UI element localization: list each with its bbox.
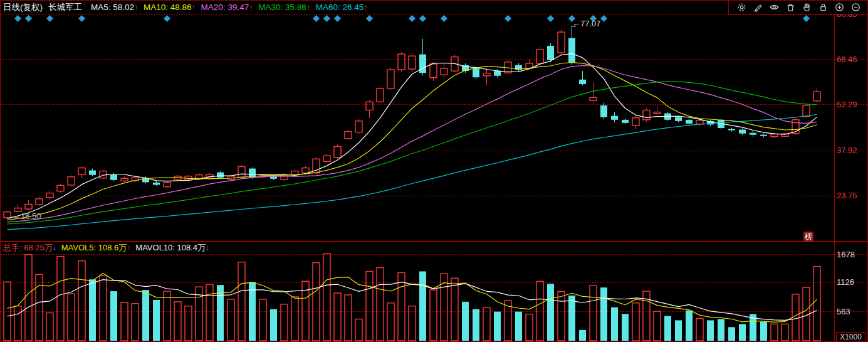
volume-bar	[14, 306, 21, 341]
stock-name[interactable]: 长城军工	[48, 2, 82, 13]
volume-bar	[4, 282, 11, 341]
chart-toolbar	[728, 1, 867, 14]
volume-bar	[291, 297, 298, 341]
volume-bar	[110, 291, 117, 341]
candle-down	[153, 181, 160, 186]
zoom-out-icon[interactable]	[850, 2, 861, 13]
candle-down	[568, 26, 575, 65]
candle-down	[600, 102, 607, 119]
lock-icon[interactable]	[818, 2, 829, 13]
event-marker-diamond	[441, 15, 447, 22]
period-label[interactable]: 日线(复权)	[3, 2, 43, 13]
price-axis-label: 37.92	[837, 146, 868, 155]
candle-up	[643, 109, 650, 122]
candle-up	[536, 47, 543, 65]
volume-bar	[813, 267, 820, 341]
down-arrow-icon: ↓	[53, 243, 56, 252]
volume-bar	[206, 284, 213, 341]
volume-bar	[590, 286, 597, 341]
candle-up	[25, 200, 32, 210]
volume-bar	[664, 316, 671, 341]
volume-bars-layer	[4, 254, 820, 341]
volume-bar	[377, 268, 384, 341]
volume-unit-label: X1000	[836, 332, 865, 342]
candle-up	[377, 87, 384, 103]
volume-bar	[89, 279, 96, 341]
hand-icon[interactable]	[802, 2, 812, 13]
volume-header: 总手: 68.25万↓ MAVOL5: 108.6万↑ MAVOL10: 108…	[3, 243, 214, 253]
volume-bar	[100, 275, 107, 341]
volume-bar	[313, 263, 320, 341]
event-marker-diamond	[600, 15, 607, 22]
up-arrow-icon: ↑	[306, 3, 310, 12]
candle-up	[46, 191, 53, 200]
settings-icon[interactable]	[736, 2, 747, 13]
event-marker-diamond	[164, 15, 170, 22]
volume-bar	[174, 302, 181, 341]
price-axis-label: 52.29	[837, 100, 868, 109]
volume-bar	[36, 274, 43, 341]
volume-bar	[121, 302, 128, 341]
ma20-legend: MA20: 39.47↑	[201, 3, 253, 12]
candle-up	[68, 175, 75, 186]
up-arrow-icon: ↑	[363, 3, 367, 12]
candle-up	[782, 132, 788, 137]
gridlines-layer	[1, 14, 868, 312]
volume-bar	[675, 320, 682, 341]
candle-down	[675, 116, 682, 122]
volume-bar	[323, 254, 330, 341]
volume-bar	[57, 257, 64, 341]
trash-icon[interactable]	[785, 2, 796, 13]
event-marker-diamond	[366, 15, 373, 22]
volume-bar	[792, 294, 799, 341]
volume-bar	[515, 312, 522, 341]
event-markers-layer	[14, 15, 810, 26]
volume-bar	[568, 296, 575, 341]
candle-up	[483, 68, 490, 85]
event-marker-diamond	[313, 15, 320, 22]
volume-bar	[430, 290, 437, 341]
stock-chart-window: 日线(复权) 长城军工 MA5: 58.02↑ MA10: 48.86↑ MA2…	[0, 0, 868, 342]
volume-bar	[270, 309, 277, 341]
event-marker-diamond	[803, 15, 810, 22]
candle-up	[121, 176, 128, 182]
candle-up	[813, 88, 820, 103]
zoom-in-icon[interactable]	[834, 2, 845, 13]
candles-layer	[4, 26, 820, 219]
up-arrow-icon: ↑	[192, 3, 196, 12]
ma20-line	[8, 66, 817, 223]
event-marker-diamond	[409, 15, 416, 22]
candle-up	[345, 131, 352, 140]
chart-header: 日线(复权) 长城军工 MA5: 58.02↑ MA10: 48.86↑ MA2…	[1, 1, 730, 14]
volume-bar	[25, 255, 32, 341]
left-arrow-icon: ←	[13, 211, 21, 221]
volume-bar	[483, 307, 490, 341]
candle-up	[441, 64, 447, 78]
candle-down	[611, 112, 618, 122]
pencil-icon[interactable]	[753, 2, 763, 13]
ma5-legend: MA5: 58.02↑	[91, 3, 138, 12]
volume-bar	[718, 319, 724, 341]
candle-up	[366, 100, 373, 117]
event-marker-diamond	[14, 15, 21, 22]
ma30-line	[8, 82, 817, 224]
candle-down	[739, 129, 746, 135]
volume-bar	[622, 314, 629, 341]
event-marker-diamond	[334, 15, 341, 22]
ma60-line	[8, 115, 817, 230]
volume-bar	[387, 303, 394, 341]
chart-canvas[interactable]	[1, 1, 868, 342]
event-marker-diamond	[505, 15, 511, 22]
candle-down	[707, 120, 714, 126]
volume-bar	[558, 292, 565, 341]
volume-bar	[132, 304, 139, 341]
eye-icon[interactable]	[769, 2, 780, 13]
ma-lines-layer	[8, 53, 817, 322]
candle-up	[100, 169, 107, 179]
candle-up	[430, 62, 437, 81]
mavol10-legend: MAVOL10: 108.4万↓	[135, 242, 209, 254]
low-price-annotation: ←16.50	[13, 211, 41, 221]
volume-bar	[579, 330, 586, 341]
volume-bar	[227, 299, 234, 341]
ranking-badge[interactable]: 榜	[803, 232, 813, 242]
